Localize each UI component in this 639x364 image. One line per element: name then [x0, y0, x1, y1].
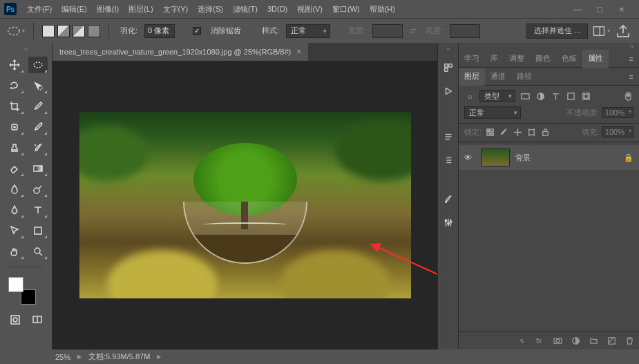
- eraser-tool[interactable]: [5, 160, 24, 177]
- shape-tool[interactable]: [28, 222, 48, 239]
- fill-input[interactable]: 100%: [602, 126, 633, 137]
- foreground-color-swatch[interactable]: [8, 277, 23, 292]
- layer-fx-icon[interactable]: fx: [534, 336, 545, 347]
- lock-artboard-icon[interactable]: [526, 126, 537, 137]
- marquee-tool[interactable]: [28, 57, 48, 73]
- filter-toggle-icon[interactable]: [622, 90, 633, 102]
- zoom-menu-icon[interactable]: ▶: [77, 354, 82, 360]
- path-select-tool[interactable]: [5, 222, 24, 239]
- tab-adjustments[interactable]: 调整: [504, 50, 530, 68]
- tab-color[interactable]: 颜色: [530, 50, 556, 68]
- document-tab[interactable]: trees_trees_creative_nature_green_1920x1…: [53, 43, 308, 61]
- tab-learn[interactable]: 学习: [459, 50, 485, 68]
- pen-tool[interactable]: [5, 202, 24, 218]
- zoom-level[interactable]: 25%: [55, 353, 70, 361]
- lock-pixels-icon[interactable]: [484, 126, 495, 137]
- close-tab-icon[interactable]: ×: [296, 47, 301, 57]
- share-icon[interactable]: [614, 23, 632, 39]
- tab-channels[interactable]: 通道: [485, 68, 511, 86]
- character-panel-icon[interactable]: [440, 152, 457, 169]
- tab-layers[interactable]: 图层: [459, 68, 485, 86]
- document-info[interactable]: 文档:5.93M/5.87M: [88, 352, 150, 362]
- actions-panel-icon[interactable]: [440, 83, 457, 99]
- tab-properties[interactable]: 属性: [582, 50, 609, 68]
- panel-b-menu-icon[interactable]: ≡: [624, 73, 639, 81]
- quick-mask-icon[interactable]: [8, 313, 23, 327]
- dodge-tool[interactable]: [28, 181, 48, 198]
- filter-shape-icon[interactable]: [565, 90, 576, 102]
- opacity-input[interactable]: 100%: [602, 107, 633, 118]
- docinfo-menu-icon[interactable]: ▶: [157, 354, 161, 360]
- menu-type[interactable]: 文字(Y): [158, 0, 193, 18]
- history-panel-icon[interactable]: [440, 59, 457, 76]
- delete-layer-icon[interactable]: [624, 336, 635, 347]
- adjustments-panel-icon[interactable]: [440, 214, 457, 231]
- menu-window[interactable]: 窗口(W): [327, 0, 365, 18]
- style-select[interactable]: 正常: [286, 24, 330, 38]
- panels-collapse-icon[interactable]: »: [459, 43, 639, 50]
- workspace-switcher-icon[interactable]: ▾: [592, 23, 610, 39]
- window-maximize-button[interactable]: □: [595, 4, 604, 14]
- eyedropper-tool[interactable]: [28, 98, 48, 115]
- feather-input[interactable]: 0 像素: [144, 24, 175, 38]
- selection-intersect-icon[interactable]: [88, 25, 100, 37]
- lock-all-icon[interactable]: [540, 126, 551, 137]
- layer-kind-select[interactable]: 类型: [479, 90, 515, 102]
- stamp-tool[interactable]: [5, 140, 24, 156]
- menu-layer[interactable]: 图层(L): [124, 0, 158, 18]
- layer-name[interactable]: 背景: [515, 153, 531, 163]
- visibility-toggle-icon[interactable]: 👁: [464, 153, 475, 162]
- selection-add-icon[interactable]: [57, 25, 70, 37]
- menu-select[interactable]: 选择(S): [193, 0, 228, 18]
- filter-type-icon[interactable]: [550, 90, 561, 102]
- filter-smart-icon[interactable]: [580, 90, 591, 102]
- screen-mode-icon[interactable]: [30, 313, 45, 327]
- lock-position-icon[interactable]: [512, 126, 523, 137]
- menu-3d[interactable]: 3D(D): [263, 0, 292, 18]
- foreground-background-colors[interactable]: [8, 277, 36, 305]
- brush-tool[interactable]: [28, 119, 48, 135]
- tab-paths[interactable]: 路径: [511, 68, 537, 86]
- selection-subtract-icon[interactable]: [73, 25, 85, 37]
- menu-file[interactable]: 文件(F): [22, 0, 57, 18]
- active-tool-icon[interactable]: ▾: [7, 23, 25, 39]
- history-brush-tool[interactable]: [28, 140, 48, 156]
- tools-collapse-icon[interactable]: «: [0, 46, 52, 52]
- filter-adjust-icon[interactable]: [535, 90, 546, 102]
- menu-edit[interactable]: 编辑(E): [57, 0, 92, 18]
- adjustment-layer-icon[interactable]: [570, 336, 581, 347]
- brush-settings-panel-icon[interactable]: [440, 191, 457, 207]
- antialias-checkbox[interactable]: [193, 27, 201, 35]
- lasso-tool[interactable]: [5, 77, 24, 94]
- dock-expand-icon[interactable]: »: [446, 46, 450, 52]
- layer-lock-icon[interactable]: 🔒: [624, 153, 633, 162]
- menu-filter[interactable]: 滤镜(T): [228, 0, 263, 18]
- window-minimize-button[interactable]: —: [573, 4, 582, 14]
- canvas-viewport[interactable]: [53, 61, 437, 349]
- layer-row[interactable]: 👁 背景 🔒: [459, 145, 639, 170]
- filter-pixel-icon[interactable]: [519, 90, 531, 102]
- group-layers-icon[interactable]: [588, 336, 599, 347]
- move-tool[interactable]: [5, 57, 24, 73]
- quick-select-tool[interactable]: [28, 77, 48, 94]
- panel-a-menu-icon[interactable]: ≡: [624, 55, 639, 63]
- blur-tool[interactable]: [5, 181, 24, 198]
- healing-tool[interactable]: [5, 119, 24, 135]
- menu-image[interactable]: 图像(I): [92, 0, 124, 18]
- link-layers-icon[interactable]: [516, 336, 527, 347]
- gradient-tool[interactable]: [28, 160, 48, 177]
- layer-thumbnail[interactable]: [481, 149, 510, 166]
- lock-brush-icon[interactable]: [498, 126, 509, 137]
- paragraph-panel-icon[interactable]: [440, 128, 457, 145]
- hand-tool[interactable]: [5, 243, 24, 260]
- tab-swatches[interactable]: 色板: [556, 50, 582, 68]
- selection-new-icon[interactable]: [42, 25, 55, 37]
- zoom-tool[interactable]: [28, 243, 48, 260]
- type-tool[interactable]: [28, 202, 48, 218]
- tab-libraries[interactable]: 库: [485, 50, 504, 68]
- new-layer-icon[interactable]: [606, 336, 617, 347]
- window-close-button[interactable]: ×: [617, 4, 627, 14]
- search-icon[interactable]: ⌕: [464, 90, 475, 102]
- menu-view[interactable]: 视图(V): [292, 0, 327, 18]
- crop-tool[interactable]: [5, 98, 24, 115]
